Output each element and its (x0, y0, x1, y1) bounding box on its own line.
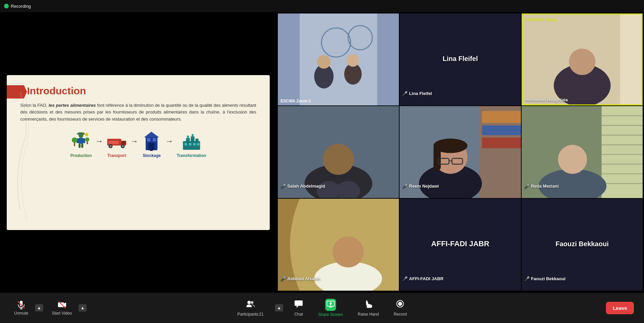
participants-count: 21 (259, 312, 263, 317)
participant-cell-1: ESCWA Zoom-1 (278, 13, 399, 105)
unmute-button[interactable]: Unmute (10, 297, 32, 318)
transport-icon (107, 131, 127, 151)
faouzi-name: Faouzi Bekkaoui (555, 240, 609, 248)
svg-rect-63 (434, 146, 441, 170)
participant-cell-6: 🎤 Reda Meziani (522, 106, 643, 198)
faouzi-label: Faouzi Bekkaoui (531, 276, 566, 281)
affi-fadi-label: AFFI-FADI JABR (409, 276, 443, 281)
svg-rect-58 (482, 125, 521, 135)
chain-item-transformation: Transformation (177, 131, 206, 158)
reem-label: Reem Nejdawi (409, 184, 439, 189)
participants-label: Participants (237, 312, 259, 317)
unmute-chevron[interactable]: ▲ (35, 304, 43, 312)
svg-point-17 (110, 145, 112, 147)
slide-title: Introduction (27, 85, 256, 97)
participant-cell-9: Faouzi Bekkaoui 🎤 Faouzi Bekkaoui (522, 199, 643, 291)
chain-arrow-3: → (165, 136, 173, 146)
svg-rect-11 (87, 141, 88, 144)
chain-item-production: Production (70, 131, 92, 158)
leave-button[interactable]: Leave (606, 302, 634, 314)
lina-fleifel-label: Lina Fleifel (409, 91, 432, 96)
lina-fleifel-name: Lina Fleifel (443, 55, 478, 63)
slide-body: Selon la FAO, les pertes alimentaires fo… (20, 102, 256, 123)
svg-rect-35 (193, 143, 196, 145)
svg-rect-31 (187, 135, 189, 138)
svg-rect-59 (482, 137, 521, 148)
participant-cell-4: 🎤 Salah Abdelmagid (278, 106, 399, 198)
participants-icon (246, 299, 255, 311)
salah-label: Salah Abdelmagid (287, 184, 325, 189)
raise-hand-icon (364, 299, 373, 311)
salah-overlay: 🎤 Salah Abdelmagid (281, 184, 325, 189)
svg-point-8 (72, 137, 77, 143)
svg-marker-22 (144, 132, 159, 137)
reda-label: Reda Meziani (531, 184, 559, 189)
svg-point-44 (347, 54, 359, 67)
recording-dot (4, 4, 9, 8)
toolbar-center: Participants 21 ▲ Chat (233, 296, 411, 320)
svg-rect-57 (482, 111, 521, 123)
svg-rect-9 (74, 143, 75, 146)
toolbar: Unmute ▲ Start Video ▲ (0, 293, 644, 323)
svg-rect-47 (620, 14, 642, 104)
chain-label-transport: Transport (107, 153, 126, 158)
svg-rect-26 (150, 150, 153, 151)
main-content: Introduction Selon la FAO, les pertes al… (0, 12, 644, 293)
active-speaker-indicator: mohamed boug... (525, 17, 559, 22)
chain-label-transformation: Transformation (177, 153, 206, 158)
svg-rect-30 (195, 139, 198, 142)
svg-rect-36 (197, 143, 199, 145)
mohamed-label: mohamed boughlala (525, 97, 568, 102)
svg-rect-27 (183, 141, 200, 150)
slide-chain: Production → (20, 131, 256, 158)
record-label: Record (394, 312, 407, 317)
chat-button[interactable]: Chat (290, 296, 308, 319)
recording-label: Recording (11, 4, 31, 9)
microphone-icon (17, 300, 26, 310)
participants-chevron[interactable]: ▲ (275, 304, 283, 312)
participant-cell-5: 🎤 Reem Nejdawi (400, 106, 521, 198)
raise-hand-button[interactable]: Raise Hand (354, 296, 383, 319)
stockage-icon (142, 131, 162, 151)
lina-fleifel-overlay: 🎤 Lina Fleifel (402, 91, 432, 96)
svg-rect-4 (79, 144, 81, 148)
production-icon (71, 131, 91, 151)
slide-arrow-decoration (7, 85, 27, 99)
chat-label: Chat (294, 312, 303, 317)
start-video-button[interactable]: Start Video (48, 297, 76, 318)
top-bar: Recording (0, 0, 644, 12)
record-button[interactable]: Record (390, 296, 411, 319)
raise-hand-label: Raise Hand (358, 312, 379, 317)
svg-point-78 (558, 145, 587, 174)
svg-rect-15 (121, 141, 126, 144)
svg-point-97 (398, 302, 402, 306)
slide: Introduction Selon la FAO, les pertes al… (7, 75, 270, 230)
participants-grid: ESCWA Zoom-1 Lina Fleifel 🎤 Lina Fleifel… (276, 12, 644, 293)
toolbar-right: Leave (606, 302, 634, 314)
chain-label-stockage: Stockage (143, 153, 160, 158)
chain-item-transport: Transport (107, 131, 127, 158)
participant-cell-8: AFFI-FADI JABR 🎤 AFFI-FADI JABR (400, 199, 521, 291)
faouzi-overlay: 🎤 Faouzi Bekkaoui (524, 276, 566, 281)
svg-point-12 (85, 133, 88, 136)
start-video-label: Start Video (52, 311, 72, 316)
reem-overlay: 🎤 Reem Nejdawi (402, 184, 439, 189)
video-chevron[interactable]: ▲ (79, 304, 87, 312)
svg-point-10 (85, 137, 89, 141)
share-screen-button[interactable]: Share Screen (314, 296, 347, 320)
svg-rect-3 (83, 138, 85, 143)
svg-rect-33 (184, 143, 187, 145)
record-icon (396, 299, 405, 311)
svg-point-90 (251, 301, 254, 304)
participants-button[interactable]: Participants 21 (233, 296, 268, 319)
chain-arrow-2: → (130, 136, 138, 146)
svg-rect-34 (189, 143, 191, 145)
svg-point-19 (122, 145, 124, 147)
svg-rect-1 (79, 138, 83, 144)
chain-label-production: Production (70, 153, 92, 158)
participant-cell-3: mohamed boug... mohamed boughlala (522, 13, 643, 105)
share-screen-icon (325, 299, 336, 311)
svg-marker-87 (64, 302, 66, 307)
transformation-icon (181, 131, 202, 151)
mohamed-overlay: mohamed boughlala (525, 97, 568, 102)
